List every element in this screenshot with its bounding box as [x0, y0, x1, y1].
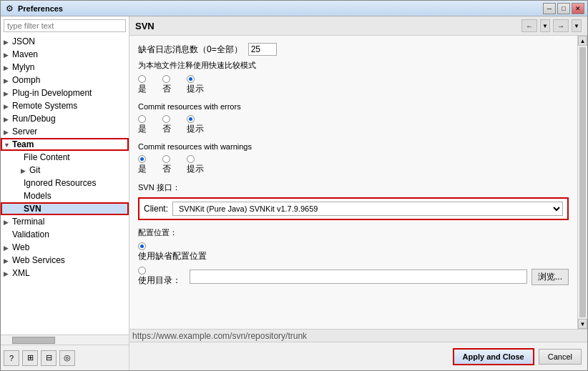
svn-interface-section: SVN 接口： Client: SVNKit (Pure Java) SVNKi… [138, 182, 569, 220]
horizontal-scrollbar[interactable] [1, 335, 129, 345]
help-button[interactable]: ? [4, 350, 19, 366]
use-default-row: 使用缺省配置位置 [138, 242, 569, 262]
right-content: 缺省日志消息数（0=全部） 为本地文件注释使用快速比较模式 是 [129, 36, 577, 329]
maximize-button[interactable]: □ [557, 3, 570, 14]
browse-button[interactable]: 浏览... [531, 269, 569, 285]
forward-button[interactable]: → [553, 19, 569, 32]
use-dir-row: 使用目录： 浏览... [138, 267, 569, 287]
sidebar-item-server[interactable]: ▶Server [1, 125, 129, 138]
commit-errors-no[interactable]: 否 [162, 115, 171, 135]
right-panel: SVN ← ▼ → ▼ 缺省日志消息数（0=全部） [129, 16, 587, 370]
radio-label: 否 [162, 84, 171, 94]
sidebar-item-git[interactable]: ▶Git [1, 164, 129, 177]
radio-label: 是 [138, 84, 147, 94]
window-icon: ⚙ [4, 3, 15, 14]
dir-input[interactable] [190, 269, 527, 284]
sidebar-item-web[interactable]: ▶Web [1, 241, 129, 254]
local-compare-no[interactable]: 否 [162, 75, 171, 95]
filter-input[interactable] [4, 19, 126, 32]
sidebar-item-team[interactable]: ▼Team [1, 138, 129, 151]
use-default-radio[interactable]: 使用缺省配置位置 [138, 242, 207, 262]
import-button[interactable]: ⊞ [22, 350, 38, 366]
config-title: 配置位置： [138, 227, 569, 238]
client-select[interactable]: SVNKit (Pure Java) SVNKit v1.7.9.9659 Na… [172, 202, 563, 216]
minimize-button[interactable]: ─ [543, 3, 556, 14]
right-body: 缺省日志消息数（0=全部） 为本地文件注释使用快速比较模式 是 [129, 36, 587, 329]
arrow-icon: ▶ [4, 219, 12, 226]
commit-errors-radio-group: 是 否 提示 [138, 115, 569, 135]
commit-warnings-section: Commit resources with warnings 是 否 [138, 142, 569, 175]
local-compare-yes[interactable]: 是 [138, 75, 147, 95]
local-compare-radio-group: 是 否 提示 [138, 75, 569, 95]
apply-close-button[interactable]: Apply and Close [453, 348, 534, 365]
radio-icon [138, 75, 146, 83]
right-scrollbar[interactable]: ▲ ▼ [577, 36, 587, 329]
scrollbar-thumb [12, 337, 55, 344]
radio-label: 提示 [187, 84, 204, 94]
back-button[interactable]: ← [521, 19, 537, 32]
right-header: SVN ← ▼ → ▼ [129, 16, 587, 36]
arrow-icon: ▼ [4, 142, 12, 149]
sidebar-item-maven[interactable]: ▶Maven [1, 48, 129, 61]
sidebar-item-terminal[interactable]: ▶Terminal [1, 215, 129, 228]
scrollbar-up[interactable]: ▲ [578, 36, 587, 46]
commit-warnings-no[interactable]: 否 [162, 155, 171, 175]
radio-icon [138, 155, 146, 163]
title-bar: ⚙ Preferences ─ □ ✕ [1, 1, 587, 16]
sidebar-item-oomph[interactable]: ▶Oomph [1, 74, 129, 86]
local-compare-section: 为本地文件注释使用快速比较模式 是 否 [138, 60, 569, 95]
commit-warnings-yes[interactable]: 是 [138, 155, 147, 175]
sidebar-item-svn[interactable]: SVN [1, 202, 129, 215]
use-dir-label: 使用目录： [138, 275, 181, 285]
status-bar: https://www.example.com/svn/repository/t… [129, 329, 587, 342]
sidebar-item-xml[interactable]: ▶XML [1, 267, 129, 280]
radio-icon [162, 155, 170, 163]
arrow-icon: ▶ [4, 90, 12, 97]
use-dir-radio[interactable]: 使用目录： [138, 267, 181, 287]
radio-icon [187, 75, 195, 83]
sidebar-item-file-content[interactable]: File Content [1, 151, 129, 164]
client-label: Client: [144, 204, 168, 214]
cancel-button[interactable]: Cancel [539, 349, 582, 365]
commit-warnings-prompt[interactable]: 提示 [187, 155, 204, 175]
left-panel: ▶JSON ▶Maven ▶Mylyn ▶Oomph ▶Plug-in Deve… [1, 16, 129, 370]
config-location-section: 配置位置： 使用缺省配置位置 使用目录： [138, 227, 569, 287]
local-compare-prompt[interactable]: 提示 [187, 75, 204, 95]
restore-button[interactable]: ◎ [59, 350, 75, 366]
arrow-icon: ▶ [4, 257, 12, 264]
local-compare-title: 为本地文件注释使用快速比较模式 [138, 60, 569, 71]
log-count-input[interactable] [248, 43, 277, 56]
radio-icon [138, 267, 146, 274]
radio-icon [187, 115, 195, 123]
commit-errors-yes[interactable]: 是 [138, 115, 147, 135]
radio-icon [138, 242, 146, 250]
radio-label: 是 [138, 164, 147, 174]
log-label: 缺省日志消息数（0=全部） [138, 44, 242, 56]
arrow-icon: ▶ [4, 270, 12, 277]
sidebar-item-plugin-dev[interactable]: ▶Plug-in Development [1, 86, 129, 99]
scrollbar-down[interactable]: ▼ [578, 319, 587, 329]
preferences-window: ⚙ Preferences ─ □ ✕ ▶JSON ▶Maven [0, 0, 588, 371]
forward-dropdown[interactable]: ▼ [572, 19, 582, 32]
sidebar-item-validation[interactable]: Validation [1, 228, 129, 241]
close-button[interactable]: ✕ [572, 3, 584, 14]
sidebar-item-remote-systems[interactable]: ▶Remote Systems [1, 99, 129, 112]
sidebar-item-web-services[interactable]: ▶Web Services [1, 254, 129, 267]
arrow-icon: ▶ [21, 167, 29, 174]
use-default-label: 使用缺省配置位置 [138, 251, 207, 261]
radio-label: 否 [162, 124, 171, 134]
sidebar-item-models[interactable]: Models [1, 189, 129, 202]
title-bar-controls: ─ □ ✕ [543, 3, 584, 14]
tree-area: ▶JSON ▶Maven ▶Mylyn ▶Oomph ▶Plug-in Deve… [1, 35, 129, 335]
radio-icon [162, 115, 170, 123]
arrow-icon: ▶ [4, 51, 12, 59]
commit-errors-prompt[interactable]: 提示 [187, 115, 204, 135]
sidebar-item-mylyn[interactable]: ▶Mylyn [1, 61, 129, 74]
back-dropdown[interactable]: ▼ [540, 19, 550, 32]
team-label: Team [12, 139, 34, 149]
sidebar-item-ignored-resources[interactable]: Ignored Resources [1, 177, 129, 189]
radio-icon [138, 115, 146, 123]
sidebar-item-json[interactable]: ▶JSON [1, 35, 129, 48]
sidebar-item-run-debug[interactable]: ▶Run/Debug [1, 112, 129, 125]
export-button[interactable]: ⊟ [41, 350, 57, 366]
